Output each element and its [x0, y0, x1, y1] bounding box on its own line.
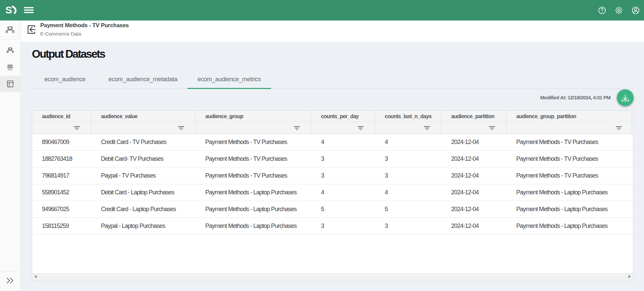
- svg-text:S: S: [6, 5, 12, 15]
